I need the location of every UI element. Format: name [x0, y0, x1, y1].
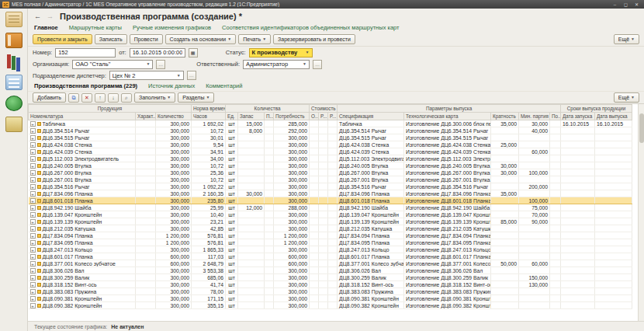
column-header-name[interactable]: Номенклатура	[29, 113, 136, 120]
column-header-o[interactable]: О...	[310, 113, 319, 120]
expander-icon[interactable]: +	[30, 303, 36, 308]
table-row[interactable]: +ДЦ6.267.001 Втулка300,00010,72шт300,000…	[29, 176, 632, 183]
number-input[interactable]	[55, 48, 116, 57]
expander-icon[interactable]: +	[30, 205, 36, 211]
column-group-header[interactable]: Стоимость	[310, 105, 338, 113]
table-row[interactable]: +ДЦ8.247.013 Кольцо300,0001 865,33шт300,…	[29, 246, 632, 253]
table-row[interactable]: +ДЦ8.601.017 Планка600,000117,03шт600,00…	[29, 253, 632, 260]
scrollbar-thumb[interactable]	[639, 113, 644, 143]
expander-icon[interactable]: +	[30, 135, 36, 141]
vertical-scrollbar[interactable]	[638, 104, 644, 321]
table-row[interactable]: +ДЦ6.354.514 Рычаг300,00010,72шт8,000292…	[29, 127, 632, 134]
column-group-header[interactable]: Норма времени	[192, 105, 226, 113]
forward-button[interactable]: →	[45, 12, 55, 21]
page-production-program[interactable]: Производственная программа (229)	[34, 82, 137, 89]
responsible-choose-icon[interactable]: …	[313, 60, 322, 69]
expander-icon[interactable]: +	[30, 198, 36, 204]
expander-icon[interactable]: +	[30, 240, 36, 246]
move-up-icon[interactable]: ↑	[95, 93, 106, 103]
column-group-header[interactable]: Параметры выпуска	[338, 105, 561, 113]
column-header-minb[interactable]: Мин. партия	[519, 113, 550, 120]
column-header-qty[interactable]: Количество	[156, 113, 192, 120]
table-row[interactable]: +ДЦ6.424.039 Стенка300,00034,91шт300,000…	[29, 148, 632, 155]
table-row[interactable]: +ДЦ8.212.035 Катушка300,00042,85шт300,00…	[29, 225, 632, 232]
column-header-charact[interactable]: Характ...	[136, 113, 156, 120]
table-row[interactable]: +Табличка300,0001 692,02шт15,000285,000Т…	[29, 120, 632, 127]
calendar-icon[interactable]: ▦	[189, 48, 198, 57]
column-header-launch[interactable]: Дата запуска	[561, 113, 595, 120]
expander-icon[interactable]: +	[30, 226, 36, 232]
expander-icon[interactable]: +	[30, 261, 36, 267]
column-header-stock[interactable]: Запас	[238, 113, 265, 120]
table-row[interactable]: +ДЦ8.090.382 Кронштейн300,000355,15шт300…	[29, 302, 632, 309]
expander-icon[interactable]: +	[30, 156, 36, 162]
table-row[interactable]: +ДЦ8.377.001 Колесо зубчатое600,0002 648…	[29, 260, 632, 267]
department-choose-icon[interactable]: …	[187, 71, 196, 80]
table-row[interactable]: +ДЦ8.300.259 Валик300,000685,06шт300,000…	[29, 274, 632, 281]
column-header-r2[interactable]: Р...	[328, 113, 338, 120]
add-row-button[interactable]: Добавить	[33, 92, 66, 103]
table-row[interactable]: +ДЦ6.354.516 Рычаг300,0001 092,22шт300,0…	[29, 183, 632, 190]
minimize-button[interactable]: –	[610, 1, 620, 8]
expander-icon[interactable]: +	[30, 170, 36, 176]
column-header-mult[interactable]: Кратность	[491, 113, 519, 120]
expander-icon[interactable]: +	[30, 177, 36, 183]
column-header-tech[interactable]: Технологическая карта	[404, 113, 491, 120]
column-header-release[interactable]: Дата выпуска	[595, 113, 632, 120]
expander-icon[interactable]: +	[30, 142, 36, 148]
copy-row-icon[interactable]: ⧉	[68, 93, 79, 103]
column-header-demand[interactable]: Потребность	[274, 113, 310, 120]
table-row[interactable]: +ДЦ6.139.139 Кронштейн300,00023,21шт300,…	[29, 218, 632, 225]
column-group-header[interactable]: Количества	[226, 105, 310, 113]
table-row[interactable]: +ДЦ6.354.515 Рычаг300,00030,01шт300,000Д…	[29, 134, 632, 141]
table-row[interactable]: +ДЦ6.424.038 Стенка300,0009,54шт300,000Д…	[29, 141, 632, 148]
sidebar-notes-icon[interactable]	[5, 12, 23, 27]
department-select[interactable]: Цех № 2 ▼	[109, 71, 184, 80]
table-more-button[interactable]: Ещё▼	[614, 92, 639, 103]
expander-icon[interactable]: +	[30, 282, 36, 287]
table-row[interactable]: +ДЦ7.834.094 Планка1 200,000576,81шт1 20…	[29, 232, 632, 239]
more-button[interactable]: Ещё▼	[614, 34, 639, 44]
expander-icon[interactable]: +	[30, 254, 36, 260]
expander-icon[interactable]: +	[30, 163, 36, 169]
column-header-spec[interactable]: Спецификация	[338, 113, 404, 120]
expander-icon[interactable]: +	[30, 296, 36, 301]
save-button[interactable]: Записать	[95, 34, 127, 44]
column-group-header[interactable]: Сроки выпуска продукции	[561, 105, 632, 113]
responsible-select[interactable]: Администратор ▼	[243, 60, 310, 69]
expander-icon[interactable]: +	[30, 184, 36, 190]
table-row[interactable]: +ДЦ6.240.005 Втулка300,00010,72шт300,000…	[29, 162, 632, 169]
delete-row-icon[interactable]: ✕	[81, 93, 92, 103]
expander-icon[interactable]: +	[30, 289, 36, 294]
page-data-source[interactable]: Источник данных	[148, 82, 195, 89]
reserve-and-post-button[interactable]: Зарезервировать и провести	[273, 34, 355, 44]
post-button[interactable]: Провести	[130, 34, 163, 44]
sidebar-catalogs-icon[interactable]	[5, 54, 23, 69]
tab-route-maps[interactable]: Маршрутные карты	[69, 24, 122, 31]
sidebar-reports-icon[interactable]	[5, 75, 23, 90]
table-row[interactable]: +ДЦ8.306.026 Вал300,0003 553,38шт300,000…	[29, 267, 632, 274]
organization-choose-icon[interactable]: …	[156, 60, 165, 69]
search-icon[interactable]: ⌕	[121, 93, 132, 103]
table-row[interactable]: +ДЦ5.112.003 Электродвигатель300,00034,0…	[29, 155, 632, 162]
table-row[interactable]: +ДЦ8.942.190 Шайба300,00025,99шт12,00028…	[29, 204, 632, 211]
create-based-on-button[interactable]: Создать на основании▼	[165, 34, 237, 44]
expander-icon[interactable]: +	[30, 247, 36, 253]
tab-route-map-id-mapping[interactable]: Соответствия идентификаторов объединенны…	[222, 24, 399, 31]
table-row[interactable]: +ДЦ8.601.018 Планка300,000235,80шт300,00…	[29, 197, 632, 204]
column-group-header[interactable]: Продукция	[29, 105, 192, 113]
date-input[interactable]	[130, 48, 185, 57]
table-row[interactable]: +ДЦ6.267.000 Втулка300,00025,36шт300,000…	[29, 169, 632, 176]
table-row[interactable]: +ДЦ8.090.381 Кронштейн300,000171,15шт300…	[29, 295, 632, 302]
expander-icon[interactable]: +	[30, 219, 36, 225]
expander-icon[interactable]: +	[30, 121, 36, 127]
print-button[interactable]: Печать▼	[238, 34, 271, 44]
column-header-po[interactable]: По...	[550, 113, 561, 120]
table-row[interactable]: +ДЦ7.834.096 Планка300,0002 160,35шт30,0…	[29, 190, 632, 197]
status-select[interactable]: К производству ▼	[249, 48, 313, 57]
column-header-r1[interactable]: Р...	[319, 113, 328, 120]
sidebar-archive-icon[interactable]	[5, 117, 23, 132]
post-and-close-button[interactable]: Провести и закрыть	[33, 34, 92, 44]
expander-icon[interactable]: +	[30, 233, 36, 239]
column-header-unit[interactable]: Ед.	[226, 113, 238, 120]
